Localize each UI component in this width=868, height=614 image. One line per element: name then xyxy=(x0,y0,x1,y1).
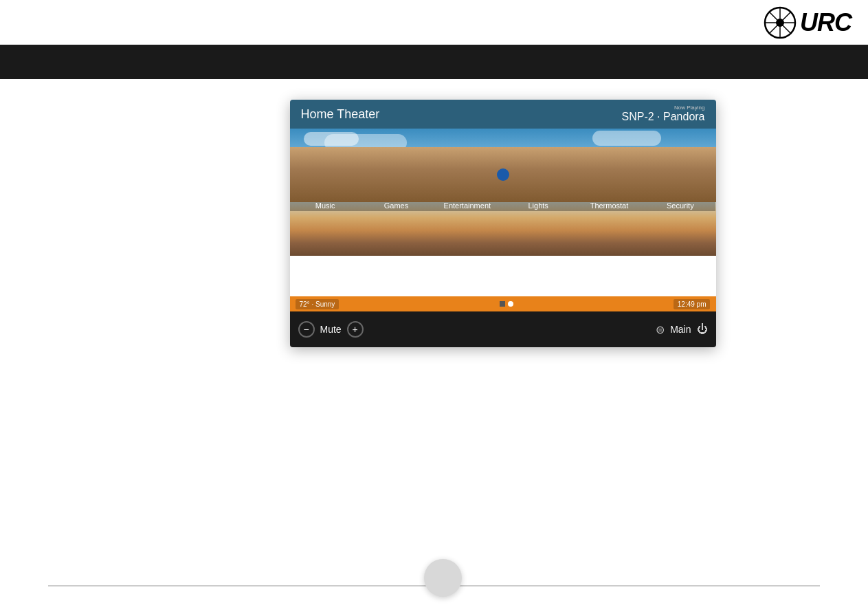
svg-point-1 xyxy=(776,19,784,27)
main-content: manuals lib.com Home Theater Now Playing… xyxy=(0,79,868,566)
status-indicators xyxy=(500,301,513,307)
urc-logo: URC xyxy=(763,6,852,40)
screen-status-bar: 72° · Sunny 12:49 pm xyxy=(290,296,716,311)
device-screen: Home Theater Now Playing SNP-2 · Pandora xyxy=(290,100,716,347)
status-square xyxy=(500,301,505,307)
page-header: URC xyxy=(0,0,868,45)
floor-dot xyxy=(497,168,509,181)
mute-label: Mute xyxy=(320,324,342,335)
speaker-icon: ⊜ xyxy=(656,323,665,336)
mute-control-group: − Mute + xyxy=(298,321,364,338)
now-playing-section: Now Playing SNP-2 · Pandora xyxy=(622,105,705,123)
slider-handle[interactable] xyxy=(424,559,462,597)
urc-logo-text: URC xyxy=(800,8,852,37)
now-playing-label: Now Playing xyxy=(674,105,704,111)
black-bar xyxy=(0,45,868,79)
screen-header: Home Theater Now Playing SNP-2 · Pandora xyxy=(290,100,716,129)
main-control-group: ⊜ Main ⏻ xyxy=(656,323,707,336)
urc-logo-icon xyxy=(763,6,797,40)
status-weather: 72° · Sunny xyxy=(296,299,340,309)
now-playing-title: SNP-2 · Pandora xyxy=(622,111,705,123)
cloud-3 xyxy=(592,131,661,146)
main-label: Main xyxy=(670,324,691,335)
screen-title: Home Theater xyxy=(301,107,380,122)
screen-floor xyxy=(290,147,716,202)
minus-button[interactable]: − xyxy=(298,321,315,338)
screen-controls: − Mute + ⊜ Main ⏻ xyxy=(290,311,716,347)
status-dot xyxy=(508,301,513,307)
bottom-slider-section xyxy=(0,545,868,614)
status-time: 12:49 pm xyxy=(674,299,711,309)
plus-button[interactable]: + xyxy=(347,321,364,338)
power-icon[interactable]: ⏻ xyxy=(697,323,708,336)
screen-sky: 🎤 P D C Music xyxy=(290,129,716,256)
